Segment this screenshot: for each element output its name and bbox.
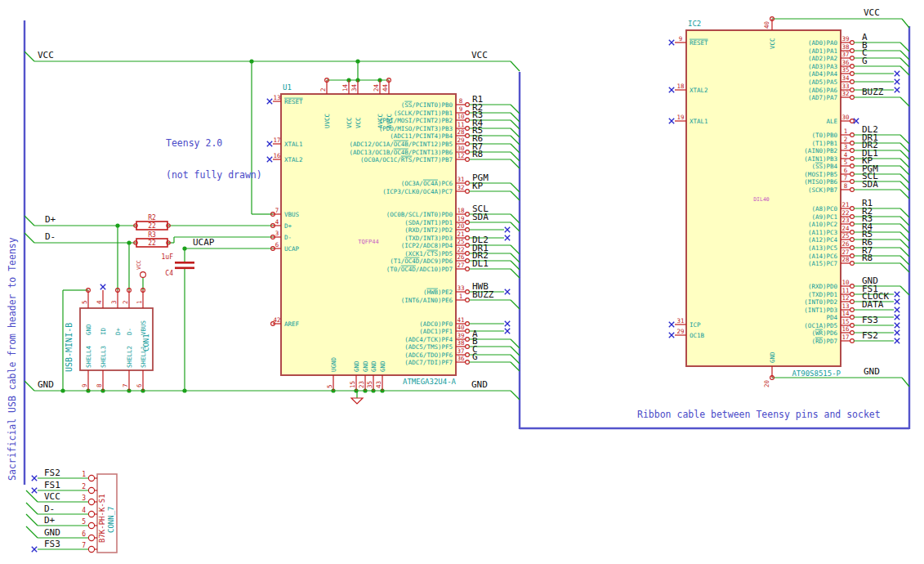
pin-number: 7 [82,542,86,549]
bus-entry [900,286,909,295]
pin-number: 20 [457,222,465,230]
pin-number: 1 [459,293,463,300]
pin-number: 41 [457,316,464,324]
bus-entry [900,174,909,183]
pin-name: (INT0)PD2 [804,298,837,306]
pin-number: 14 [341,83,349,92]
pin-name: (AD7)PA7 [808,94,837,101]
bus-entry [900,143,909,152]
junction-dot [355,59,359,63]
connector-pad [88,546,94,552]
pin-name: (AD2)PA2 [808,55,837,62]
pin-name: AVCC [386,114,393,128]
pin-end-circle [850,222,855,226]
pin-name: (INT1)PD3 [804,307,837,314]
pin-name: (MOSI)PB5 [804,171,837,178]
bus-entry [900,232,909,241]
bus-entry [511,120,520,129]
pin-number: 7 [844,174,848,181]
pin-name: (T1)PB1 [811,140,837,147]
pin-end-circle [850,308,855,312]
pin-name: (SCLK/PCINT1)PB1 [394,110,453,117]
net-label: FS2 [44,468,60,478]
pin-name: D- [126,328,133,335]
resistor-ref: R2 [148,214,156,222]
bus-entry [511,391,520,400]
pin-name: XTAL2 [284,156,303,163]
bus-entry [511,183,520,192]
pin-end-circle [850,88,855,92]
pin-number: 37 [457,347,464,355]
pin-name: (ADC13/OC1B/OC4B/PCINT13)PB6 [350,149,453,156]
bus-entry [25,51,34,61]
pin-name: XTAL1 [284,141,303,148]
bus-entry [25,216,34,226]
capacitor-ref: C4 [165,270,173,277]
pin-number: 34 [350,83,358,92]
pin-number: 27 [841,248,849,256]
pin-end-circle [850,254,855,258]
pin-end-circle [466,338,470,342]
pin-name: GND [379,360,386,372]
pin-number: 28 [841,256,850,263]
pin-end-circle [466,119,470,123]
bus-entry [511,152,520,161]
pin-number: 15 [841,318,849,325]
bus-entry [511,222,520,231]
pin-name: GND [362,360,369,372]
bus-entry [511,214,520,223]
pin-name: UCAP [284,245,300,253]
pin-end-circle [850,72,855,76]
connector-pad [88,522,94,528]
bus-entry [900,217,909,226]
pin-number: 44 [382,83,389,92]
net-label: FS3 [862,315,878,325]
u1-value: ATMEGA32U4-A [403,378,457,386]
pin-name: XTAL2 [690,87,708,94]
pin-number: 17 [841,333,849,341]
pin-end-circle [466,353,470,357]
net-label: D- [44,504,55,514]
pin-name: (ADC11/PCINT4)PB4 [390,132,453,140]
pin-number: 24 [373,83,380,92]
pin-end-circle [466,236,470,240]
pin-number: 4 [275,218,279,226]
bus-entry [26,503,38,514]
bus-entry [25,233,34,243]
net-label: FS3 [44,539,60,549]
pin-name: (AD5)PA5 [808,78,837,86]
junction-dot [182,246,186,250]
pin-number: 4 [82,507,86,514]
note-sacrificial: Sacrificial USB cable from header to Tee… [7,237,18,481]
pin-name: RESET [690,39,708,47]
note-teensy: Teensy 2.0 (not fully drawn) [166,117,262,202]
pin-end-circle [466,290,470,294]
pin-name: GND [353,360,360,372]
net-label: R8 [862,253,873,263]
pin-number: 3 [275,230,279,237]
bus-entry [26,526,38,538]
pin-name: (AD6)PA6 [808,87,838,94]
pin-end-circle [466,111,470,115]
pin-name: (HWB)PE2 [423,289,453,296]
junction-dot [115,223,119,227]
bus-entry [900,166,909,175]
pin-name: D+ [284,222,292,230]
net-label: DATA [862,299,884,310]
pin-end-circle [850,331,855,335]
pin-name: (ADC6/TDO)PF6 [404,351,453,359]
pin-end-circle [466,345,470,349]
net-label-dplus: D+ [45,214,56,225]
pin-end-circle [466,267,470,271]
pin-end-circle [850,215,855,219]
pin-end-circle [850,180,855,184]
pin-number: 21 [457,231,464,238]
pin-name: (RXD/INT2)PD2 [404,226,453,234]
pin-end-circle [850,141,855,145]
pin-end-circle [466,213,470,217]
pin-name: (ADC0)PF0 [419,320,453,328]
bus-entry [511,355,520,364]
pin-end-circle [850,96,855,100]
pin-name: (MISO)PB6 [804,178,837,186]
pin-name: GND [769,351,776,363]
